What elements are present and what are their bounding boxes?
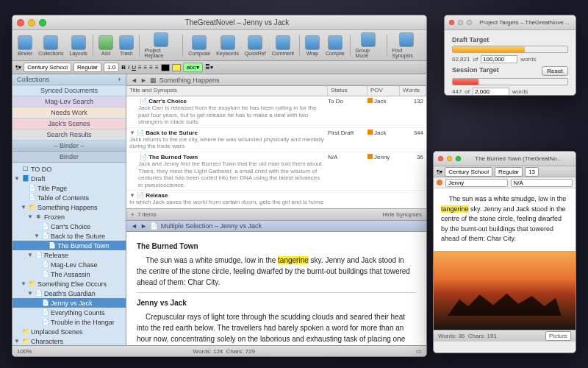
view-mode-icon[interactable]: ▭ [416, 348, 422, 355]
minimize-icon[interactable] [28, 19, 35, 26]
draft-target-input[interactable] [481, 55, 517, 63]
label-color-icon[interactable] [437, 180, 442, 185]
label-select[interactable]: abc▾ [183, 63, 203, 72]
close-icon[interactable] [449, 20, 454, 25]
minimize-icon[interactable] [458, 20, 463, 25]
outline-icon[interactable]: ▦ [150, 77, 157, 84]
zoom-icon[interactable] [456, 156, 461, 161]
col-words[interactable]: Words [400, 86, 426, 96]
underline-button[interactable]: U [132, 64, 136, 71]
disclosure-icon[interactable]: ▼ [27, 213, 33, 220]
disclosure-icon[interactable]: ▼ [21, 280, 26, 287]
keywords-button[interactable]: Keywords [214, 35, 241, 57]
disclosure-icon[interactable]: ▼ [34, 233, 40, 239]
collection-item[interactable]: Jack's Scenes [12, 118, 126, 130]
disclosure-icon[interactable]: ▼ [14, 175, 20, 182]
group-mode-button[interactable]: Group Mode [354, 32, 384, 59]
collection-item[interactable]: Needs Work [12, 107, 126, 118]
row-pov[interactable]: Jack [368, 98, 400, 126]
row-pov[interactable]: Jenny [368, 154, 400, 188]
row-status[interactable]: To Do [328, 98, 368, 126]
binder-item[interactable]: 📄Trouble in the Hangar [12, 317, 126, 327]
list-button[interactable]: ≣▾ [205, 64, 213, 71]
compose-button[interactable]: Compose [186, 35, 212, 57]
binder-item[interactable]: ▼📄Release [12, 250, 126, 260]
row-status[interactable]: N/A [328, 154, 368, 188]
reset-button[interactable]: Reset [542, 66, 568, 76]
editor-body[interactable]: The Burned Town The sun was a white smud… [126, 232, 426, 345]
add-collection-icon[interactable]: + [118, 76, 121, 83]
binder-item[interactable]: ▼📘Draft [12, 174, 126, 183]
project-replace-button[interactable]: Project Replace [143, 32, 179, 59]
font-style-select[interactable]: Regular [495, 167, 523, 177]
binder-item[interactable]: ▼❄Frozen [12, 212, 126, 222]
trash-button[interactable]: Trash [117, 35, 136, 57]
disclosure-icon[interactable]: ▼ [14, 338, 20, 344]
binder-item[interactable]: 📄Title Page [12, 183, 126, 193]
outline-row[interactable]: 📄 Carr's ChoiceJack Carr is released fro… [126, 96, 426, 128]
collection-item[interactable]: Mag-Lev Search [12, 96, 126, 107]
binder-item[interactable]: 📄Carr's Choice [12, 222, 126, 231]
binder-item[interactable]: 📄The Assassin [12, 269, 126, 279]
row-pov[interactable]: Jack [368, 130, 400, 150]
nav-fwd-icon[interactable]: ► [140, 77, 147, 84]
minimize-icon[interactable] [447, 156, 452, 161]
add-button[interactable]: Add [96, 35, 115, 57]
nav-back-icon[interactable]: ◄ [131, 77, 137, 84]
binder-button[interactable]: Binder [15, 35, 35, 57]
binder-item[interactable]: 📄The Burned Town [12, 241, 126, 250]
wrap-button[interactable]: Wrap [303, 35, 322, 57]
binder-item[interactable]: ▼📁Characters [12, 336, 126, 345]
align-left-icon[interactable]: ≡ [138, 64, 142, 71]
titlebar[interactable]: TheGreatNovel – Jenny vs Jack [12, 15, 426, 30]
hide-synopses-button[interactable]: Hide Synopses [382, 211, 422, 218]
align-justify-icon[interactable]: ≡ [155, 64, 159, 71]
outline-row[interactable]: 📄 The Burned TownJack and Jenny find the… [126, 152, 426, 191]
zoom-level[interactable]: 100% [17, 348, 32, 355]
close-icon[interactable] [17, 19, 24, 26]
font-select[interactable]: Century School [445, 167, 492, 177]
binder-item[interactable]: ▼📄Death's Guardian [12, 289, 126, 298]
style-picker-icon[interactable]: ¶▾ [15, 64, 21, 71]
zoom-icon[interactable] [467, 20, 472, 25]
col-pov[interactable]: POV [368, 86, 400, 96]
row-status[interactable] [328, 192, 368, 208]
layouts-button[interactable]: Layouts [67, 35, 90, 57]
session-target-input[interactable] [473, 88, 509, 96]
disclosure-icon[interactable]: ▼ [21, 204, 26, 210]
quickref-button[interactable]: QuickRef [243, 35, 268, 57]
col-title[interactable]: Title and Synopsis [126, 86, 328, 96]
titlebar[interactable]: The Burned Town (TheGreatNo… [434, 152, 576, 166]
binder-item[interactable]: 📄Mag-Lev Chase [12, 260, 126, 269]
font-size-select[interactable]: 13 [525, 167, 539, 177]
close-icon[interactable] [438, 156, 443, 161]
nav-back-icon[interactable]: ◄ [131, 222, 137, 230]
status-select[interactable]: N/A [511, 179, 573, 187]
row-status[interactable]: First Draft [328, 130, 368, 150]
binder-item[interactable]: ▼📁Something Happens [12, 202, 126, 212]
nav-fwd-icon[interactable]: ► [140, 222, 147, 230]
find-synopsis-button[interactable]: Find Synopsis [390, 32, 423, 59]
titlebar[interactable]: Project Targets – TheGreatNove… [445, 15, 576, 30]
binder-item[interactable]: ▼📁Something Else Occurs [12, 279, 126, 289]
binder-item[interactable]: 📄Everything Counts [12, 308, 126, 317]
font-select[interactable]: Century School [24, 63, 71, 72]
pov-select[interactable]: Jenny [445, 179, 508, 187]
add-item-icon[interactable]: + [131, 211, 135, 218]
disclosure-icon[interactable]: ▼ [27, 290, 33, 297]
binder-item[interactable]: 📄Jenny vs Jack [12, 298, 126, 308]
bold-button[interactable]: B [121, 64, 126, 71]
collection-item[interactable]: Synced Documents [12, 85, 126, 96]
row-pov[interactable] [368, 192, 400, 208]
style-picker-icon[interactable]: ¶▾ [437, 169, 442, 175]
comment-button[interactable]: Comment [270, 35, 296, 57]
align-right-icon[interactable]: ≡ [149, 64, 153, 71]
disclosure-icon[interactable]: ▼ [27, 252, 33, 258]
text-color-swatch[interactable] [161, 64, 170, 71]
binder-item[interactable]: ☐TO DO [12, 164, 126, 174]
highlight-color-swatch[interactable] [172, 64, 181, 71]
binder-item[interactable]: 📁Unplaced Scenes [12, 327, 126, 336]
col-status[interactable]: Status [328, 86, 368, 96]
compile-button[interactable]: Compile [323, 35, 347, 57]
quickref-text[interactable]: The sun was a white smudge, low in the t… [434, 188, 576, 251]
